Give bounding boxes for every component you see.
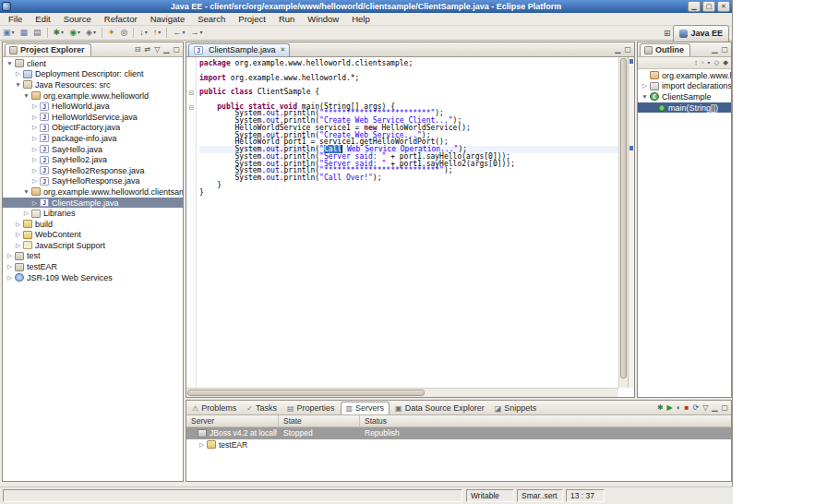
expand-arrow-icon[interactable]: ▷ <box>22 210 30 217</box>
new-web-service-button[interactable]: ✦ <box>106 27 117 40</box>
dropdown-arrow-icon[interactable]: ▾ <box>12 26 15 40</box>
maximize-icon[interactable]: ▢ <box>624 43 631 56</box>
explorer-item-sayhelloresponse-java[interactable]: ▷JSayHelloResponse.java <box>3 176 183 187</box>
explorer-item-webcontent[interactable]: ▷WebContent <box>3 230 183 241</box>
code-area[interactable]: package org.example.www.helloworld.clien… <box>198 57 618 388</box>
overview-ruler[interactable] <box>628 57 634 388</box>
menu-project[interactable]: Project <box>232 13 272 26</box>
search-button[interactable]: ◎ <box>118 27 129 40</box>
explorer-item-clientsample-java[interactable]: ▷JClientSample.java <box>3 198 183 209</box>
tab-problems[interactable]: ⚠Problems <box>187 402 241 414</box>
server-row-testear[interactable]: ▷testEAR <box>186 439 731 451</box>
previous-annotation-button[interactable]: ↑▾ <box>151 27 163 40</box>
hide-local-types-icon[interactable]: ◆ <box>723 56 728 69</box>
explorer-item-java-resources-src[interactable]: ▼Java Resources: src <box>3 79 183 90</box>
minimize-window-button[interactable]: ▁ <box>688 1 701 12</box>
menu-navigate[interactable]: Navigate <box>144 13 192 26</box>
code-line-3[interactable]: import org.example.www.helloworld.*; <box>199 75 618 82</box>
maximize-icon[interactable]: ▢ <box>721 402 728 414</box>
stop-server-icon[interactable]: ■ <box>685 402 689 414</box>
tab-properties[interactable]: ▤Properties <box>282 402 340 414</box>
menu-window[interactable]: Window <box>301 13 345 26</box>
column-header-status[interactable]: Status <box>360 415 731 426</box>
overview-marker[interactable] <box>629 59 633 64</box>
explorer-item-sayhello-java[interactable]: ▷JSayHello.java <box>3 144 183 155</box>
expand-arrow-icon[interactable]: ▷ <box>30 102 39 110</box>
explorer-item-org-example-www-helloworld[interactable]: ▼org.example.www.helloworld <box>3 90 183 102</box>
vertical-scrollbar[interactable] <box>618 57 628 388</box>
hide-fields-icon[interactable]: ▫ <box>701 56 704 69</box>
tab-project-explorer[interactable]: Project Explorer <box>5 43 91 56</box>
view-menu-icon[interactable]: ▽ <box>154 43 160 56</box>
maximize-window-button[interactable]: ▢ <box>702 1 715 12</box>
explorer-item-client[interactable]: ▼client <box>3 58 183 69</box>
close-window-button[interactable]: ✕ <box>717 1 730 12</box>
dropdown-arrow-icon[interactable]: ▾ <box>145 26 148 40</box>
collapse-arrow-icon[interactable]: ▼ <box>22 92 30 99</box>
dropdown-arrow-icon[interactable]: ▾ <box>182 26 185 40</box>
sort-icon[interactable]: ↕ <box>694 56 698 69</box>
external-tools-button[interactable]: ◈▾ <box>84 27 98 40</box>
expand-arrow-icon[interactable]: ▷ <box>6 252 14 259</box>
print-button[interactable]: ▤ <box>31 27 43 40</box>
expand-arrow-icon[interactable]: ▷ <box>30 199 39 207</box>
horizontal-scrollbar-thumb[interactable] <box>187 390 425 396</box>
expand-arrow-icon[interactable]: ▷ <box>14 231 22 238</box>
back-button[interactable]: ←▾ <box>171 27 186 40</box>
dropdown-arrow-icon[interactable]: ▾ <box>78 26 80 40</box>
expand-arrow-icon[interactable]: ▷ <box>6 274 14 282</box>
outline-item-clientsample[interactable]: ▼CClientSample <box>638 91 731 102</box>
tab-tasks[interactable]: ✓Tasks <box>242 402 282 414</box>
tab-servers[interactable]: ▥Servers <box>341 402 390 414</box>
dropdown-arrow-icon[interactable]: ▾ <box>93 26 96 40</box>
tab-snippets[interactable]: ◪Snippets <box>490 402 542 414</box>
collapse-arrow-icon[interactable]: ▼ <box>641 93 649 100</box>
collapse-arrow-icon[interactable]: ▼ <box>6 60 14 66</box>
open-perspective-icon[interactable]: ⊞ <box>664 27 671 41</box>
expand-arrow-icon[interactable]: ▷ <box>30 146 39 153</box>
menu-run[interactable]: Run <box>272 13 301 26</box>
explorer-item-package-info-java[interactable]: ▷Jpackage-info.java <box>3 133 183 144</box>
perspective-java-ee-button[interactable]: Java EE <box>673 25 729 42</box>
menu-search[interactable]: Search <box>191 13 232 26</box>
horizontal-scrollbar[interactable] <box>186 388 618 397</box>
expand-arrow-icon[interactable]: ▷ <box>30 124 39 131</box>
code-line-5[interactable]: public class ClientSample { <box>199 89 618 96</box>
explorer-item-build[interactable]: ▷build <box>3 219 183 230</box>
minimize-icon[interactable]: ▁ <box>163 43 169 56</box>
publish-server-icon[interactable]: ⟳ <box>692 402 699 414</box>
profile-server-icon[interactable]: ◐ <box>677 402 681 414</box>
expand-arrow-icon[interactable]: ▷ <box>30 177 39 185</box>
menu-source[interactable]: Source <box>57 13 98 26</box>
expand-arrow-icon[interactable]: ▷ <box>14 221 22 228</box>
status-caret-position[interactable]: 13 : 37 <box>566 489 605 502</box>
expand-arrow-icon[interactable]: ▷ <box>14 70 22 78</box>
code-line-1[interactable]: package org.example.www.helloworld.clien… <box>199 60 618 67</box>
minimize-icon[interactable]: ▁ <box>615 43 620 56</box>
menu-refactor[interactable]: Refactor <box>98 13 144 26</box>
collapse-arrow-icon[interactable]: ▼ <box>14 81 22 88</box>
title-bar[interactable]: Java EE - client/src/org/example/www/hel… <box>0 0 732 13</box>
tab-data-source-explorer[interactable]: ▣Data Source Explorer <box>390 402 489 414</box>
hide-static-members-icon[interactable]: ▪ <box>708 56 711 69</box>
forward-button[interactable]: →▾ <box>188 27 204 40</box>
minimize-icon[interactable]: ▁ <box>712 43 717 56</box>
link-with-editor-icon[interactable]: ⇄ <box>144 43 150 56</box>
column-header-state[interactable]: State <box>279 415 360 426</box>
collapse-all-icon[interactable]: ⊟ <box>135 43 141 56</box>
explorer-item-sayhello2response-java[interactable]: ▷JSayHello2Response.java <box>3 165 183 176</box>
menu-help[interactable]: Help <box>345 13 377 26</box>
expand-arrow-icon[interactable]: ▷ <box>30 135 39 142</box>
code-line-18[interactable]: } <box>199 182 618 189</box>
explorer-item-objectfactory-java[interactable]: ▷JObjectFactory.java <box>3 123 183 134</box>
hide-non-public-members-icon[interactable]: ◇ <box>713 56 719 69</box>
editor-tab-clientsample[interactable]: J ClientSample.java ✕ <box>188 43 290 56</box>
dropdown-arrow-icon[interactable]: ▾ <box>199 26 202 40</box>
column-header-server[interactable]: Server <box>186 415 279 426</box>
collapse-arrow-icon[interactable]: ▼ <box>22 188 30 195</box>
save-button[interactable]: ▦ <box>18 27 30 40</box>
dropdown-arrow-icon[interactable]: ▾ <box>61 26 64 40</box>
debug-server-icon[interactable]: ✱ <box>657 402 664 414</box>
menu-edit[interactable]: Edit <box>29 13 56 26</box>
view-menu-icon[interactable]: ▽ <box>702 402 708 414</box>
